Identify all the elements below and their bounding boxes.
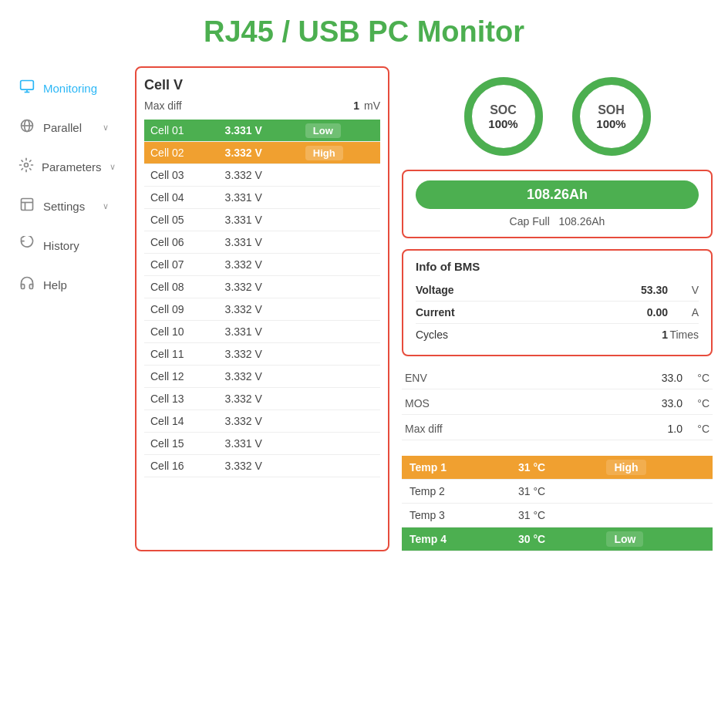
sidebar-item-history-label: History xyxy=(43,239,79,252)
bms-row: Current 0.00 A xyxy=(416,302,699,324)
cell-row: Cell 133.332 V xyxy=(144,388,380,410)
cell-value: 3.332 V xyxy=(219,343,299,366)
sidebar-item-settings[interactable]: Settings ∨ xyxy=(5,187,123,225)
bms-title: Info of BMS xyxy=(416,260,699,273)
cell-badge xyxy=(299,321,380,343)
svg-rect-0 xyxy=(21,81,34,90)
cell-value: 3.331 V xyxy=(219,120,299,142)
cell-badge xyxy=(299,276,380,298)
cell-name: Cell 11 xyxy=(144,343,219,366)
bms-row-unit: A xyxy=(668,306,699,318)
bms-panel: Info of BMS Voltage 53.30 V Current 0.00… xyxy=(402,249,713,356)
cell-row: Cell 043.331 V xyxy=(144,187,380,209)
sidebar-item-settings-label: Settings xyxy=(43,200,85,213)
cell-row: Cell 093.332 V xyxy=(144,298,380,321)
cell-badge xyxy=(299,231,380,254)
svg-point-6 xyxy=(25,163,29,167)
cell-badge xyxy=(299,455,380,477)
bms-row-value: 0.00 xyxy=(625,306,668,318)
help-icon xyxy=(19,275,35,295)
cell-badge xyxy=(299,433,380,455)
cell-badge xyxy=(299,298,380,321)
cell-row: Cell 113.332 V xyxy=(144,343,380,366)
env-row-value: 33.0 xyxy=(640,397,682,410)
cell-row: Cell 153.331 V xyxy=(144,433,380,455)
cap-full-row: Cap Full 108.26Ah xyxy=(416,215,699,228)
sidebar-item-parallel[interactable]: Parallel ∨ xyxy=(5,109,123,147)
cell-value: 3.332 V xyxy=(219,366,299,388)
temp-badge xyxy=(598,504,713,527)
history-icon xyxy=(19,236,35,255)
cell-value: 3.331 V xyxy=(219,231,299,254)
cell-row: Cell 073.332 V xyxy=(144,254,380,276)
soh-gauge: SOH 100% xyxy=(569,74,654,159)
temp-name: Temp 3 xyxy=(402,504,511,527)
cell-name: Cell 13 xyxy=(144,388,219,410)
cell-value: 3.332 V xyxy=(219,298,299,321)
cell-name: Cell 05 xyxy=(144,209,219,231)
env-row-label: Max diff xyxy=(405,423,640,435)
cap-full-label: Cap Full xyxy=(510,215,550,228)
cell-name: Cell 10 xyxy=(144,321,219,343)
monitor-icon xyxy=(19,79,35,98)
cell-value: 3.331 V xyxy=(219,433,299,455)
bms-row-unit: Times xyxy=(668,329,699,341)
cap-full-value: 108.26Ah xyxy=(558,215,605,228)
cell-name: Cell 09 xyxy=(144,298,219,321)
sidebar-item-parameters[interactable]: Parameters ∨ xyxy=(5,148,123,186)
cell-name: Cell 14 xyxy=(144,410,219,433)
temp-name: Temp 4 xyxy=(402,527,511,551)
cell-value: 3.332 V xyxy=(219,142,299,164)
cell-value: 3.332 V xyxy=(219,254,299,276)
bms-row-value: 53.30 xyxy=(625,284,668,296)
cell-badge xyxy=(299,209,380,231)
cell-row: Cell 103.331 V xyxy=(144,321,380,343)
sidebar-item-history[interactable]: History xyxy=(5,227,123,265)
temp-value: 31 °C xyxy=(511,456,598,480)
cell-badge xyxy=(299,164,380,187)
max-diff-label: Max diff xyxy=(144,99,182,112)
max-diff-unit: mV xyxy=(364,99,380,112)
parallel-chevron: ∨ xyxy=(103,123,109,133)
cell-row: Cell 143.332 V xyxy=(144,410,380,433)
cell-badge: Low xyxy=(299,120,380,142)
env-row: ENV 33.0 °C xyxy=(402,367,713,389)
env-section: ENV 33.0 °C MOS 33.0 °C Max diff 1.0 °C xyxy=(402,367,713,440)
env-row-unit: °C xyxy=(682,397,709,410)
temp-row: Temp 331 °C xyxy=(402,504,713,527)
temp-value: 30 °C xyxy=(511,527,598,551)
cell-badge xyxy=(299,187,380,209)
env-row-unit: °C xyxy=(682,423,709,435)
cell-name: Cell 02 xyxy=(144,142,219,164)
cell-name: Cell 03 xyxy=(144,164,219,187)
parameters-chevron: ∨ xyxy=(110,162,116,172)
cell-value: 3.331 V xyxy=(219,321,299,343)
cell-row: Cell 033.332 V xyxy=(144,164,380,187)
soh-label: SOH xyxy=(596,103,625,117)
cell-value: 3.332 V xyxy=(219,410,299,433)
env-row-unit: °C xyxy=(682,372,709,384)
cell-row: Cell 123.332 V xyxy=(144,366,380,388)
cell-badge xyxy=(299,388,380,410)
sidebar-item-monitoring[interactable]: Monitoring xyxy=(5,69,123,107)
cell-name: Cell 04 xyxy=(144,187,219,209)
temp-name: Temp 1 xyxy=(402,456,511,480)
sidebar-item-monitoring-label: Monitoring xyxy=(43,82,97,95)
cell-table: Cell 013.331 VLowCell 023.332 VHighCell … xyxy=(144,120,380,477)
soc-value: 100% xyxy=(488,117,517,130)
temp-value: 31 °C xyxy=(511,504,598,527)
cell-name: Cell 16 xyxy=(144,455,219,477)
bms-row-label: Voltage xyxy=(416,284,625,296)
temp-badge xyxy=(598,480,713,504)
cell-panel-title: Cell V xyxy=(144,77,380,93)
temp-badge: High xyxy=(598,456,713,480)
content-area: Cell V Max diff 1 mV Cell 013.331 VLowCe… xyxy=(127,60,728,567)
env-row: MOS 33.0 °C xyxy=(402,393,713,415)
sidebar-item-parallel-label: Parallel xyxy=(43,121,82,134)
cell-value: 3.331 V xyxy=(219,209,299,231)
cell-row: Cell 083.332 V xyxy=(144,276,380,298)
sidebar-item-help[interactable]: Help xyxy=(5,266,123,304)
sidebar-item-help-label: Help xyxy=(43,278,67,292)
sidebar-item-parameters-label: Parameters xyxy=(42,160,102,174)
cell-value: 3.332 V xyxy=(219,388,299,410)
